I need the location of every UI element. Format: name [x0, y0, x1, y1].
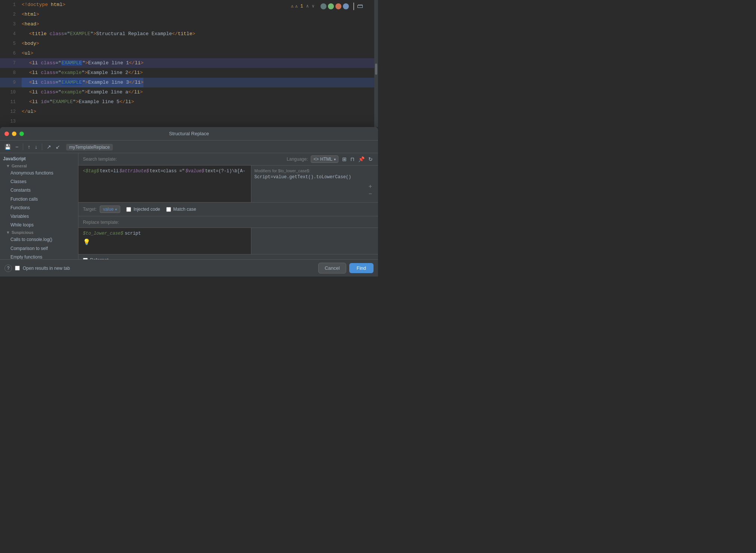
template-op-1: text=li — [100, 169, 118, 174]
template-var-value: $value$ — [185, 169, 204, 174]
toolbar-separator-2 — [42, 143, 42, 150]
target-row: Target: value ▾ Injected code Match case — [78, 203, 378, 216]
sidebar-item-constants[interactable]: Constants — [0, 186, 78, 195]
dialog-titlebar: Structural Replace — [0, 127, 378, 140]
replace-template-input[interactable]: $to_lower_case$ script 💡 — [78, 228, 251, 254]
reformat-row: Reformat — [78, 254, 378, 259]
close-traffic-light[interactable] — [4, 132, 9, 136]
sidebar-item-anonymous-functions[interactable]: Anonymous functions — [0, 169, 78, 177]
match-case-group: Match case — [166, 207, 196, 212]
structural-replace-dialog: Structural Replace 💾 − ↑ ↓ ↗ ↙ myTemplat… — [0, 127, 378, 276]
modifiers-panel: Modifiers for $to_lower_case$: Script=va… — [251, 166, 378, 202]
sidebar-general-header[interactable]: ▼ General — [0, 163, 78, 169]
replace-op: script — [125, 231, 141, 236]
chevron-down-icon: ▾ — [334, 157, 336, 161]
general-arrow-icon: ▼ — [6, 164, 10, 168]
template-var-attribute: $attribute$ — [120, 169, 149, 174]
sidebar-suspicious-header[interactable]: ▼ Suspicious — [0, 229, 78, 235]
bottom-left: ? Open results in new tab — [4, 265, 70, 272]
modifiers-add-button[interactable]: + — [367, 183, 374, 190]
sidebar-item-variables[interactable]: Variables — [0, 212, 78, 221]
language-selector: Language: <> HTML ▾ ⊞ ⊓ 📌 ↻ — [287, 155, 374, 163]
code-line-13: 13 — [0, 117, 378, 126]
move-down-button[interactable]: ↓ — [33, 143, 39, 151]
sidebar-item-function-calls[interactable]: Function calls — [0, 195, 78, 204]
bottom-right: Cancel Find — [318, 263, 374, 274]
save-button[interactable]: 💾 — [3, 143, 12, 151]
sidebar-item-comparison-to-self[interactable]: Comparison to self — [0, 244, 78, 253]
funnel-icon-button[interactable]: ⊓ — [350, 155, 355, 163]
search-toolbar-icons: ⊞ ⊓ 📌 ↻ — [341, 155, 374, 163]
language-dropdown[interactable]: <> HTML ▾ — [311, 155, 338, 163]
move-up-button[interactable]: ↑ — [26, 143, 32, 151]
code-line-8: 8 <li class="example">Example line 2</li… — [0, 68, 378, 78]
search-area-wrapper: <$tag$ text=li $attribute$ text=class ="… — [78, 166, 378, 203]
refresh-button[interactable]: ↻ — [368, 155, 374, 163]
template-op-3: text=(?-i)\b[A- — [205, 169, 245, 174]
lightbulb-icon: 💡 — [83, 238, 247, 246]
scrollbar[interactable] — [374, 0, 378, 127]
injected-code-group: Injected code — [126, 207, 160, 212]
open-results-checkbox[interactable] — [15, 266, 20, 271]
help-button[interactable]: ? — [4, 265, 12, 272]
replace-right-panel — [251, 228, 378, 254]
filter-toggle-button[interactable]: ⊞ — [341, 155, 347, 163]
remove-button[interactable]: − — [14, 143, 20, 151]
code-editor: ⚠ ⚠ 1 ∧ ∨ 🗃 1 <!doctype html> 2 <html> 3… — [0, 0, 378, 127]
injected-code-label: Injected code — [133, 207, 160, 212]
code-line-1: 1 <!doctype html> — [0, 0, 378, 10]
open-results-label: Open results in new tab — [23, 266, 70, 271]
sidebar-item-calls-to-console[interactable]: Calls to console.log() — [0, 235, 78, 244]
code-line-11: 11 <li id="EXAMPLE">Example line 5</li> — [0, 97, 378, 107]
code-line-4: 4 <title class="EXAMPLE">Structural Repl… — [0, 29, 378, 39]
match-case-checkbox[interactable] — [166, 207, 171, 212]
target-value: value — [103, 207, 114, 212]
code-line-6: 6 <ul> — [0, 49, 378, 58]
code-line-7: 7 <li class="EXAMPLE">Example line 1</li… — [0, 58, 378, 68]
modifiers-plus-minus: + − — [254, 181, 375, 199]
code-line-12: 12 </ul> — [0, 107, 378, 117]
search-template-input[interactable]: <$tag$ text=li $attribute$ text=class ="… — [78, 166, 251, 202]
dialog-title: Structural Replace — [169, 131, 209, 136]
code-line-10: 10 <li class="example">Example line a</l… — [0, 87, 378, 97]
replace-template-header: Replace template: — [78, 216, 378, 228]
code-line-3: 3 <head> — [0, 19, 378, 29]
dialog-body: JavaScript ▼ General Anonymous functions… — [0, 153, 378, 259]
maximize-traffic-light[interactable] — [19, 132, 24, 136]
code-line-5: 5 <body> — [0, 39, 378, 49]
modifiers-remove-button[interactable]: − — [367, 190, 374, 198]
template-var-tag: <$tag$ — [83, 169, 99, 174]
sidebar-item-functions[interactable]: Functions — [0, 204, 78, 212]
sidebar-item-while-loops[interactable]: While loops — [0, 221, 78, 229]
language-value: HTML — [320, 157, 332, 162]
import-button[interactable]: ↙ — [54, 143, 62, 151]
toolbar-separator-1 — [23, 143, 23, 150]
search-template-label: Search template: — [83, 157, 117, 162]
traffic-lights — [4, 132, 24, 136]
find-button[interactable]: Find — [349, 263, 374, 273]
minimize-traffic-light[interactable] — [12, 132, 16, 136]
sidebar-item-classes[interactable]: Classes — [0, 177, 78, 186]
sidebar-js-header[interactable]: JavaScript — [0, 155, 78, 163]
code-line-2: 2 <html> — [0, 10, 378, 19]
pin-button[interactable]: 📌 — [357, 155, 365, 163]
cancel-button[interactable]: Cancel — [318, 263, 346, 274]
match-case-label: Match case — [173, 207, 196, 212]
modifiers-label: Modifiers for $to_lower_case$: — [254, 169, 375, 173]
target-dropdown[interactable]: value ▾ — [100, 206, 121, 213]
dialog-bottom: ? Open results in new tab Cancel Find — [0, 259, 378, 276]
target-chevron-icon: ▾ — [115, 207, 117, 211]
modifiers-code: Script=value.getText().toLowerCase() — [254, 174, 375, 180]
sidebar-item-empty-functions[interactable]: Empty functions — [0, 253, 78, 259]
scrollbar-thumb[interactable] — [375, 64, 377, 75]
target-label: Target: — [83, 207, 97, 212]
language-label: Language: — [287, 157, 308, 162]
replace-template-label: Replace template: — [83, 220, 119, 225]
main-content: Search template: Language: <> HTML ▾ ⊞ ⊓… — [78, 153, 378, 259]
injected-code-checkbox[interactable] — [126, 207, 131, 212]
sidebar: JavaScript ▼ General Anonymous functions… — [0, 153, 78, 259]
copy-button[interactable]: ↗ — [45, 143, 53, 151]
code-line-9: 9 <li class="EXAMPLE">Example line 3</li… — [0, 78, 378, 87]
replace-area-wrapper: $to_lower_case$ script 💡 — [78, 228, 378, 254]
search-template-header: Search template: Language: <> HTML ▾ ⊞ ⊓… — [78, 153, 378, 166]
